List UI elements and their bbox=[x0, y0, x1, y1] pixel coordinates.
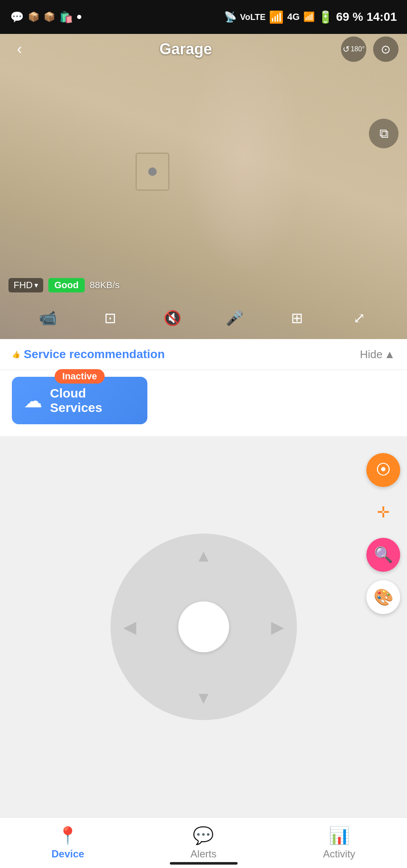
camera-settings-button[interactable]: ⊙ bbox=[373, 36, 399, 62]
nav-home-indicator bbox=[170, 862, 238, 865]
filter-icon: ⧉ bbox=[379, 126, 388, 141]
fullscreen-icon: ⤢ bbox=[353, 309, 365, 326]
zoom-search-button[interactable]: 🔍 bbox=[366, 538, 400, 572]
bottom-nav: 📍 Device 💬 Alerts 📊 Activity bbox=[0, 817, 407, 868]
mute-icon: 🔇 bbox=[163, 309, 181, 326]
service-rec-left: 👍 Service recommendation bbox=[12, 348, 165, 361]
shop-icon: 🛍️ bbox=[59, 11, 73, 24]
fullscreen-button[interactable]: ⤢ bbox=[346, 305, 372, 331]
signal-quality-badge: Good bbox=[48, 278, 84, 292]
camera-controls: 📹 ⊡ 🔇 🎤 ⊞ ⤢ bbox=[0, 305, 407, 331]
temu-icon-2: 📦 bbox=[44, 11, 55, 22]
network-label: 4G bbox=[287, 11, 299, 22]
microphone-icon: 🎤 bbox=[226, 309, 244, 326]
activity-nav-icon: 📊 bbox=[329, 826, 350, 846]
nav-activity[interactable]: 📊 Activity bbox=[271, 826, 407, 860]
cloud-services-card[interactable]: Inactive ☁ Cloud Services bbox=[12, 377, 147, 424]
rotate-180-button[interactable]: ↺ 180° bbox=[341, 36, 366, 62]
alerts-nav-icon: 💬 bbox=[193, 826, 214, 846]
filter-button[interactable]: ⧉ bbox=[369, 119, 399, 148]
camera-top-bar: ‹ Garage ↺ 180° ⊙ bbox=[0, 34, 407, 64]
device-nav-label: Device bbox=[51, 848, 84, 860]
device-nav-icon: 📍 bbox=[57, 826, 78, 846]
rotate-180-label: 180° bbox=[351, 45, 365, 53]
cloud-services-label: Cloud Services bbox=[50, 386, 136, 415]
status-bar: 💬 📦 📦 🛍️ 📡 VoLTE 📶 4G 📶 🔋 69 % 14:01 bbox=[0, 0, 407, 34]
dot-indicator bbox=[77, 15, 81, 19]
joystick-center[interactable] bbox=[178, 601, 229, 652]
controls-section: ⦿ ✛ 🔍 🎨 ▲ ▼ ◀ ▶ bbox=[0, 436, 407, 801]
camera-capture-button[interactable]: ⦿ bbox=[366, 453, 400, 487]
joystick-outer[interactable]: ▲ ▼ ◀ ▶ bbox=[111, 534, 297, 720]
wifi-icon: 📶 bbox=[269, 10, 284, 24]
cast-icon: 📡 bbox=[224, 11, 237, 23]
color-icon: 🎨 bbox=[374, 588, 393, 606]
move-button[interactable]: ✛ bbox=[366, 495, 400, 529]
zoom-search-icon: 🔍 bbox=[374, 546, 393, 564]
camera-shutter-icon: ⦿ bbox=[376, 461, 391, 479]
arrow-right-icon[interactable]: ▶ bbox=[271, 617, 284, 637]
back-arrow-icon: ‹ bbox=[17, 40, 22, 58]
temu-icon-1: 📦 bbox=[28, 11, 39, 22]
hide-chevron-icon: ▲ bbox=[384, 348, 395, 361]
arrow-up-icon[interactable]: ▲ bbox=[195, 546, 212, 565]
activity-nav-label: Activity bbox=[323, 848, 355, 860]
microphone-button[interactable]: 🎤 bbox=[222, 305, 247, 331]
floating-buttons: ⦿ ✛ 🔍 🎨 bbox=[366, 453, 407, 614]
speed-label: 88KB/s bbox=[90, 280, 120, 291]
arrow-down-icon[interactable]: ▼ bbox=[195, 688, 212, 707]
camera-view: ‹ Garage ↺ 180° ⊙ ⧉ FHD ▾ Good 88KB/s 📹 bbox=[0, 34, 407, 339]
service-recommendation-bar: 👍 Service recommendation Hide ▲ bbox=[0, 339, 407, 370]
inactive-label: Inactive bbox=[62, 371, 97, 381]
time-label: 14:01 bbox=[366, 10, 397, 24]
cloud-services-section: Inactive ☁ Cloud Services bbox=[0, 370, 407, 436]
crop-button[interactable]: ⊞ bbox=[284, 305, 310, 331]
camera-title: Garage bbox=[159, 40, 212, 58]
signal-icon: 📶 bbox=[303, 11, 315, 22]
quality-dropdown-icon: ▾ bbox=[34, 281, 38, 290]
service-rec-title: Service recommendation bbox=[24, 348, 165, 361]
video-button[interactable]: 📹 bbox=[35, 305, 61, 331]
hide-button[interactable]: Hide ▲ bbox=[360, 348, 395, 361]
cast-screen-icon: ⊡ bbox=[104, 309, 116, 326]
quality-badge[interactable]: FHD ▾ bbox=[8, 278, 43, 292]
hide-label: Hide bbox=[360, 348, 382, 361]
rotate-180-icon: ↺ bbox=[343, 44, 350, 54]
wall-switch bbox=[136, 153, 169, 191]
battery-label: 69 % bbox=[336, 10, 363, 24]
joystick-container: ▲ ▼ ◀ ▶ bbox=[111, 534, 297, 720]
crop-icon: ⊞ bbox=[291, 309, 303, 326]
thumbs-up-emoji: 👍 bbox=[12, 351, 20, 359]
status-bar-left: 💬 📦 📦 🛍️ bbox=[10, 11, 81, 24]
cloud-icon: ☁ bbox=[24, 390, 42, 412]
wall-switch-inner bbox=[148, 167, 157, 176]
signal-quality-label: Good bbox=[54, 280, 78, 290]
arrow-left-icon[interactable]: ◀ bbox=[123, 617, 136, 637]
quality-label: FHD bbox=[14, 280, 33, 291]
color-button[interactable]: 🎨 bbox=[366, 580, 400, 614]
notification-icon: 💬 bbox=[10, 11, 24, 24]
cast-button[interactable]: ⊡ bbox=[97, 305, 123, 331]
battery-icon: 🔋 bbox=[318, 10, 333, 24]
inactive-badge: Inactive bbox=[55, 369, 105, 384]
move-icon: ✛ bbox=[377, 504, 390, 521]
camera-top-right: ↺ 180° ⊙ bbox=[341, 36, 399, 62]
back-button[interactable]: ‹ bbox=[8, 38, 30, 60]
nav-device[interactable]: 📍 Device bbox=[0, 826, 136, 860]
settings-icon: ⊙ bbox=[381, 42, 390, 56]
video-icon: 📹 bbox=[39, 309, 57, 326]
mute-button[interactable]: 🔇 bbox=[160, 305, 185, 331]
volte-label: VoLTE bbox=[240, 12, 266, 22]
status-bar-right: 📡 VoLTE 📶 4G 📶 🔋 69 % 14:01 bbox=[224, 10, 397, 24]
nav-alerts[interactable]: 💬 Alerts bbox=[136, 826, 271, 860]
camera-bottom-info: FHD ▾ Good 88KB/s bbox=[8, 278, 120, 292]
camera-bg-texture bbox=[0, 34, 407, 339]
alerts-nav-label: Alerts bbox=[191, 848, 216, 860]
